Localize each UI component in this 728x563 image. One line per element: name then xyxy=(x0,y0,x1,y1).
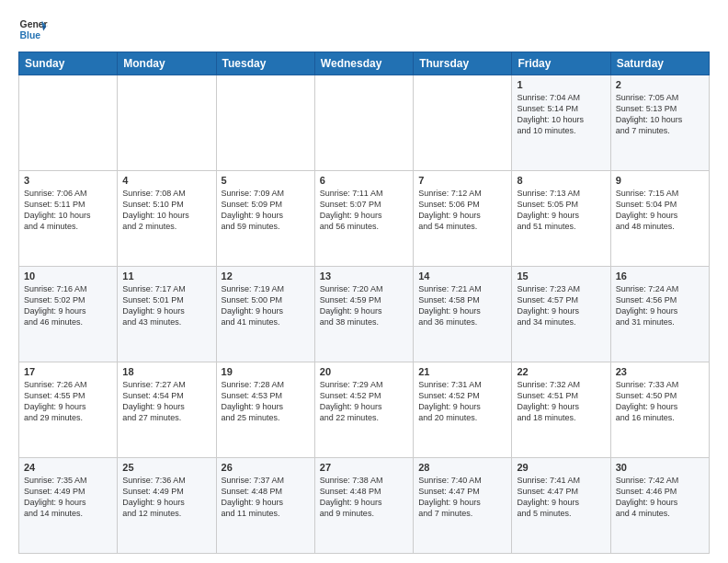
day-number: 3 xyxy=(24,175,112,186)
day-number: 25 xyxy=(122,462,210,473)
day-number: 19 xyxy=(222,366,310,377)
logo-icon: General Blue xyxy=(18,15,48,44)
day-info: Sunrise: 7:08 AM Sunset: 5:10 PM Dayligh… xyxy=(122,188,210,233)
day-number: 21 xyxy=(418,366,506,377)
day-info: Sunrise: 7:26 AM Sunset: 4:55 PM Dayligh… xyxy=(24,379,112,424)
calendar-cell: 25Sunrise: 7:36 AM Sunset: 4:49 PM Dayli… xyxy=(118,458,216,554)
day-number: 7 xyxy=(418,175,506,186)
calendar-cell xyxy=(216,75,314,171)
day-info: Sunrise: 7:27 AM Sunset: 4:54 PM Dayligh… xyxy=(122,379,210,424)
calendar-cell: 4Sunrise: 7:08 AM Sunset: 5:10 PM Daylig… xyxy=(118,171,216,267)
day-info: Sunrise: 7:29 AM Sunset: 4:52 PM Dayligh… xyxy=(320,379,408,424)
day-info: Sunrise: 7:24 AM Sunset: 4:56 PM Dayligh… xyxy=(616,283,704,328)
day-number: 2 xyxy=(616,79,704,90)
calendar-cell: 2Sunrise: 7:05 AM Sunset: 5:13 PM Daylig… xyxy=(610,75,709,171)
calendar-cell: 21Sunrise: 7:31 AM Sunset: 4:52 PM Dayli… xyxy=(414,362,512,458)
day-info: Sunrise: 7:28 AM Sunset: 4:53 PM Dayligh… xyxy=(222,379,310,424)
calendar-header-tuesday: Tuesday xyxy=(216,52,314,75)
calendar-cell: 28Sunrise: 7:40 AM Sunset: 4:47 PM Dayli… xyxy=(414,458,512,554)
calendar-cell: 27Sunrise: 7:38 AM Sunset: 4:48 PM Dayli… xyxy=(314,458,413,554)
day-number: 22 xyxy=(517,366,605,377)
calendar-header-thursday: Thursday xyxy=(414,52,512,75)
day-info: Sunrise: 7:33 AM Sunset: 4:50 PM Dayligh… xyxy=(616,379,704,424)
day-number: 30 xyxy=(616,462,704,473)
calendar-cell xyxy=(314,75,413,171)
calendar-header-saturday: Saturday xyxy=(610,52,709,75)
day-number: 14 xyxy=(418,270,506,282)
day-info: Sunrise: 7:32 AM Sunset: 4:51 PM Dayligh… xyxy=(517,379,605,424)
calendar-header-wednesday: Wednesday xyxy=(314,52,413,75)
day-info: Sunrise: 7:13 AM Sunset: 5:05 PM Dayligh… xyxy=(517,188,605,233)
day-info: Sunrise: 7:04 AM Sunset: 5:14 PM Dayligh… xyxy=(517,92,605,137)
day-info: Sunrise: 7:06 AM Sunset: 5:11 PM Dayligh… xyxy=(24,188,112,233)
calendar-cell: 14Sunrise: 7:21 AM Sunset: 4:58 PM Dayli… xyxy=(414,267,512,362)
calendar-week-row: 17Sunrise: 7:26 AM Sunset: 4:55 PM Dayli… xyxy=(19,362,710,458)
calendar-cell: 22Sunrise: 7:32 AM Sunset: 4:51 PM Dayli… xyxy=(512,362,610,458)
calendar-cell: 24Sunrise: 7:35 AM Sunset: 4:49 PM Dayli… xyxy=(19,458,118,554)
day-info: Sunrise: 7:17 AM Sunset: 5:01 PM Dayligh… xyxy=(122,283,210,328)
calendar-header-friday: Friday xyxy=(512,52,610,75)
calendar-cell: 13Sunrise: 7:20 AM Sunset: 4:59 PM Dayli… xyxy=(314,267,413,362)
day-number: 20 xyxy=(320,366,408,377)
day-number: 8 xyxy=(517,175,605,186)
day-number: 5 xyxy=(222,175,310,186)
day-number: 4 xyxy=(122,175,210,186)
calendar-header-sunday: Sunday xyxy=(19,52,118,75)
calendar-week-row: 1Sunrise: 7:04 AM Sunset: 5:14 PM Daylig… xyxy=(19,75,710,171)
day-number: 6 xyxy=(320,175,408,186)
day-number: 12 xyxy=(222,270,310,282)
day-number: 13 xyxy=(320,270,408,282)
day-info: Sunrise: 7:12 AM Sunset: 5:06 PM Dayligh… xyxy=(418,188,506,233)
calendar-cell: 29Sunrise: 7:41 AM Sunset: 4:47 PM Dayli… xyxy=(512,458,610,554)
calendar-cell: 9Sunrise: 7:15 AM Sunset: 5:04 PM Daylig… xyxy=(610,171,709,267)
header: General Blue xyxy=(18,15,710,44)
day-info: Sunrise: 7:37 AM Sunset: 4:48 PM Dayligh… xyxy=(222,475,310,520)
calendar-cell: 8Sunrise: 7:13 AM Sunset: 5:05 PM Daylig… xyxy=(512,171,610,267)
calendar-cell: 20Sunrise: 7:29 AM Sunset: 4:52 PM Dayli… xyxy=(314,362,413,458)
day-number: 29 xyxy=(517,462,605,473)
day-info: Sunrise: 7:31 AM Sunset: 4:52 PM Dayligh… xyxy=(418,379,506,424)
day-info: Sunrise: 7:38 AM Sunset: 4:48 PM Dayligh… xyxy=(320,475,408,520)
calendar-table: SundayMondayTuesdayWednesdayThursdayFrid… xyxy=(18,52,710,554)
calendar-cell: 6Sunrise: 7:11 AM Sunset: 5:07 PM Daylig… xyxy=(314,171,413,267)
day-number: 15 xyxy=(517,270,605,282)
calendar-cell: 10Sunrise: 7:16 AM Sunset: 5:02 PM Dayli… xyxy=(19,267,118,362)
calendar-cell xyxy=(19,75,118,171)
day-info: Sunrise: 7:16 AM Sunset: 5:02 PM Dayligh… xyxy=(24,283,112,328)
calendar-week-row: 3Sunrise: 7:06 AM Sunset: 5:11 PM Daylig… xyxy=(19,171,710,267)
day-number: 10 xyxy=(24,270,112,282)
calendar-header-monday: Monday xyxy=(118,52,216,75)
calendar-cell: 30Sunrise: 7:42 AM Sunset: 4:46 PM Dayli… xyxy=(610,458,709,554)
day-info: Sunrise: 7:23 AM Sunset: 4:57 PM Dayligh… xyxy=(517,283,605,328)
day-number: 28 xyxy=(418,462,506,473)
day-number: 1 xyxy=(517,79,605,90)
day-info: Sunrise: 7:42 AM Sunset: 4:46 PM Dayligh… xyxy=(616,475,704,520)
day-info: Sunrise: 7:36 AM Sunset: 4:49 PM Dayligh… xyxy=(122,475,210,520)
day-info: Sunrise: 7:11 AM Sunset: 5:07 PM Dayligh… xyxy=(320,188,408,233)
calendar-cell: 17Sunrise: 7:26 AM Sunset: 4:55 PM Dayli… xyxy=(19,362,118,458)
day-number: 26 xyxy=(222,462,310,473)
day-number: 11 xyxy=(122,270,210,282)
day-info: Sunrise: 7:09 AM Sunset: 5:09 PM Dayligh… xyxy=(222,188,310,233)
day-number: 16 xyxy=(616,270,704,282)
day-number: 27 xyxy=(320,462,408,473)
day-info: Sunrise: 7:21 AM Sunset: 4:58 PM Dayligh… xyxy=(418,283,506,328)
day-number: 24 xyxy=(24,462,112,473)
calendar-cell: 19Sunrise: 7:28 AM Sunset: 4:53 PM Dayli… xyxy=(216,362,314,458)
day-info: Sunrise: 7:41 AM Sunset: 4:47 PM Dayligh… xyxy=(517,475,605,520)
calendar-cell xyxy=(414,75,512,171)
calendar-cell: 16Sunrise: 7:24 AM Sunset: 4:56 PM Dayli… xyxy=(610,267,709,362)
day-info: Sunrise: 7:20 AM Sunset: 4:59 PM Dayligh… xyxy=(320,283,408,328)
day-number: 17 xyxy=(24,366,112,377)
day-number: 18 xyxy=(122,366,210,377)
calendar-header-row: SundayMondayTuesdayWednesdayThursdayFrid… xyxy=(19,52,710,75)
calendar-week-row: 24Sunrise: 7:35 AM Sunset: 4:49 PM Dayli… xyxy=(19,458,710,554)
calendar-cell: 12Sunrise: 7:19 AM Sunset: 5:00 PM Dayli… xyxy=(216,267,314,362)
calendar-cell: 15Sunrise: 7:23 AM Sunset: 4:57 PM Dayli… xyxy=(512,267,610,362)
day-info: Sunrise: 7:05 AM Sunset: 5:13 PM Dayligh… xyxy=(616,92,704,137)
calendar-cell: 18Sunrise: 7:27 AM Sunset: 4:54 PM Dayli… xyxy=(118,362,216,458)
calendar-cell: 23Sunrise: 7:33 AM Sunset: 4:50 PM Dayli… xyxy=(610,362,709,458)
day-info: Sunrise: 7:40 AM Sunset: 4:47 PM Dayligh… xyxy=(418,475,506,520)
day-info: Sunrise: 7:19 AM Sunset: 5:00 PM Dayligh… xyxy=(222,283,310,328)
day-info: Sunrise: 7:35 AM Sunset: 4:49 PM Dayligh… xyxy=(24,475,112,520)
